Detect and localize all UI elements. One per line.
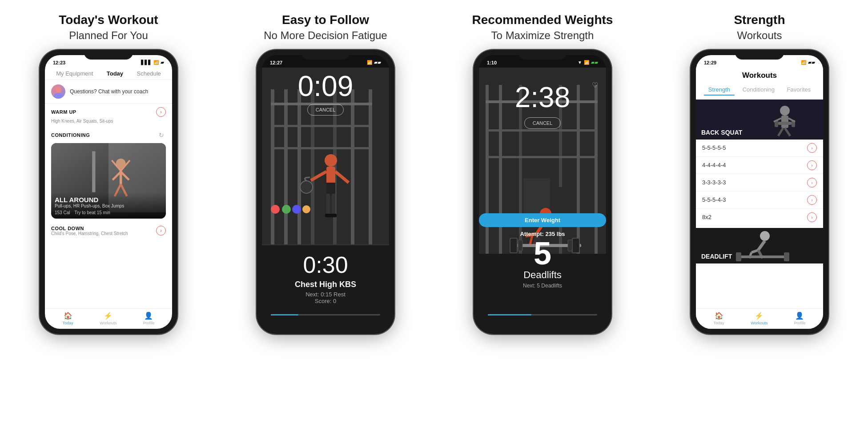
- wifi4-icon: 📶: [801, 60, 806, 65]
- top-timer: 0:09: [298, 72, 354, 100]
- program-chevron-1[interactable]: ›: [807, 143, 817, 153]
- program-chevron-2[interactable]: ›: [807, 160, 817, 170]
- nav-schedule[interactable]: Schedule: [137, 70, 161, 77]
- phone2-status-icons: 📶 ▰▰: [367, 60, 381, 65]
- today4-icon: 🏠: [715, 311, 723, 320]
- panel-weights: Recommended Weights To Maximize Strength…: [434, 0, 651, 447]
- program-chevron-4[interactable]: ›: [807, 195, 817, 205]
- svg-rect-23: [271, 125, 372, 127]
- workouts-page-title: Workouts: [696, 68, 823, 83]
- warmup-label: WARM UP: [51, 109, 76, 115]
- profile4-icon: 👤: [795, 311, 804, 320]
- phone3-content: ♡ 2:38 CANCEL Enter Weight Attempt: 235 …: [479, 68, 606, 329]
- program-row-2: 4-4-4-4-4 ›: [696, 157, 823, 174]
- bottom-nav-profile-label: Profile: [143, 321, 155, 325]
- cooldown-left: COOL DOWN Child's Pose, Hamstring, Chest…: [51, 226, 156, 236]
- wifi2-icon: 📶: [367, 60, 372, 65]
- phone1: 12:23 ▋▋▋ 📶 ▰ My Equipment Today Schedul…: [40, 50, 177, 334]
- wifi-icon: 📶: [153, 60, 159, 65]
- nav-equipment[interactable]: My Equipment: [56, 70, 93, 77]
- svg-rect-30: [326, 194, 330, 216]
- weight-progress-fill: [488, 314, 531, 315]
- svg-point-1: [54, 93, 63, 99]
- weight-timer-area: 2:38 CANCEL: [515, 72, 571, 129]
- refresh-icon[interactable]: ↻: [157, 131, 166, 140]
- enter-weight-button[interactable]: Enter Weight: [479, 213, 606, 227]
- cooldown-label: COOL DOWN: [51, 226, 156, 231]
- bottom-nav-workouts-label: Workouts: [100, 321, 117, 325]
- bottom-timer: 0:30: [262, 251, 389, 278]
- phone4-nav-profile[interactable]: 👤 Profile: [794, 311, 806, 325]
- phone4-nav-workouts[interactable]: ⚡ Workouts: [751, 311, 768, 325]
- phone2: 12:27 📶 ▰▰: [257, 50, 394, 334]
- battery2-icon: ▰▰: [374, 60, 381, 65]
- signal3-icon: ▼: [578, 60, 582, 65]
- panel-easy: Easy to Follow No More Decision Fatigue …: [217, 0, 434, 447]
- phone2-notch: [301, 50, 350, 60]
- bottom-nav-today[interactable]: 🏠 Today: [63, 311, 73, 325]
- weight-bottom-area: Enter Weight Attempt: 235 lbs 5 Deadlift…: [479, 210, 606, 289]
- top-timer-area: 0:09 CANCEL: [298, 72, 354, 116]
- tab-conditioning[interactable]: Conditioning: [738, 84, 779, 96]
- warmup-chevron[interactable]: ›: [156, 107, 166, 117]
- coach-message: Questions? Chat with your coach: [70, 88, 148, 95]
- panel4-title: Strength: [734, 12, 785, 28]
- conditioning-section-row: CONDITIONING ↻: [45, 127, 172, 141]
- workouts4-icon: ⚡: [755, 311, 764, 320]
- svg-rect-15: [271, 89, 274, 245]
- rep-count: 5: [479, 237, 606, 269]
- phone4-nav-workouts-label: Workouts: [751, 321, 768, 325]
- program-row-5: 8x2 ›: [696, 209, 823, 226]
- phone4-nav-today[interactable]: 🏠 Today: [714, 311, 724, 325]
- phone3-screen: 1:10 ▼ 📶 ▰▰: [479, 55, 606, 329]
- battery4-icon: ▰▰: [808, 60, 815, 65]
- bottom-nav-today-label: Today: [63, 321, 73, 325]
- phone4-nav-profile-label: Profile: [794, 321, 806, 325]
- program-chevron-3[interactable]: ›: [807, 178, 817, 188]
- phone1-content: My Equipment Today Schedule Questions? C…: [45, 68, 172, 329]
- exercise-score: Score: 0: [262, 298, 389, 304]
- card-title: ALL AROUND: [55, 196, 162, 204]
- card-time: Try to beat 15 min: [74, 210, 110, 215]
- phone1-bottom-nav: 🏠 Today ⚡ Workouts 👤 Profile: [45, 308, 172, 329]
- coach-avatar: [51, 84, 65, 99]
- svg-rect-50: [486, 156, 598, 158]
- nav-today[interactable]: Today: [107, 70, 123, 77]
- cancel-button[interactable]: CANCEL: [307, 104, 344, 116]
- battery3-icon: ▰▰: [591, 60, 598, 65]
- svg-point-37: [271, 205, 280, 214]
- svg-point-77: [760, 231, 770, 241]
- tab-strength[interactable]: Strength: [704, 84, 735, 96]
- card-cal: 153 Cal: [55, 210, 70, 215]
- back-squat-label: BACK SQUAT: [701, 129, 742, 136]
- deadlift-label: DEADLIFT: [701, 253, 732, 260]
- cooldown-chevron[interactable]: ›: [156, 226, 166, 235]
- tab-favorites[interactable]: Favorites: [783, 84, 815, 96]
- coach-bar[interactable]: Questions? Chat with your coach: [45, 80, 172, 104]
- weight-cancel-button[interactable]: CANCEL: [524, 117, 561, 129]
- svg-rect-24: [271, 147, 372, 149]
- panel-strength: Strength Workouts 12:29 📶 ▰▰ Workouts St…: [651, 0, 868, 447]
- cooldown-section-row: COOL DOWN Child's Pose, Hamstring, Chest…: [45, 222, 172, 238]
- bottom-nav-workouts[interactable]: ⚡ Workouts: [100, 311, 117, 325]
- phone3: 1:10 ▼ 📶 ▰▰: [474, 50, 611, 334]
- program-chevron-5[interactable]: ›: [807, 212, 817, 222]
- weight-timer: 2:38: [515, 81, 571, 114]
- svg-rect-5: [92, 151, 95, 192]
- phone4-nav-today-label: Today: [714, 321, 724, 325]
- svg-rect-49: [486, 129, 598, 132]
- bottom-nav-profile[interactable]: 👤 Profile: [143, 311, 155, 325]
- warmup-section-row: WARM UP ›: [45, 104, 172, 119]
- svg-rect-32: [325, 214, 331, 217]
- phone1-notch: [84, 50, 133, 60]
- panel1-subtitle: Planned For You: [69, 29, 148, 42]
- program-row-1: 5-5-5-5-5 ›: [696, 140, 823, 157]
- svg-point-36: [300, 181, 313, 193]
- svg-rect-82: [736, 255, 789, 258]
- phone4-bottom-nav: 🏠 Today ⚡ Workouts 👤 Profile: [696, 308, 823, 329]
- profile-icon: 👤: [144, 311, 153, 320]
- phone4: 12:29 📶 ▰▰ Workouts Strength Conditionin…: [691, 50, 828, 334]
- svg-point-27: [325, 154, 337, 167]
- phone4-content: Workouts Strength Conditioning Favorites: [696, 68, 823, 329]
- workout-card[interactable]: ALL AROUND Pull-ups, HR Push-ups, Box Ju…: [51, 143, 166, 219]
